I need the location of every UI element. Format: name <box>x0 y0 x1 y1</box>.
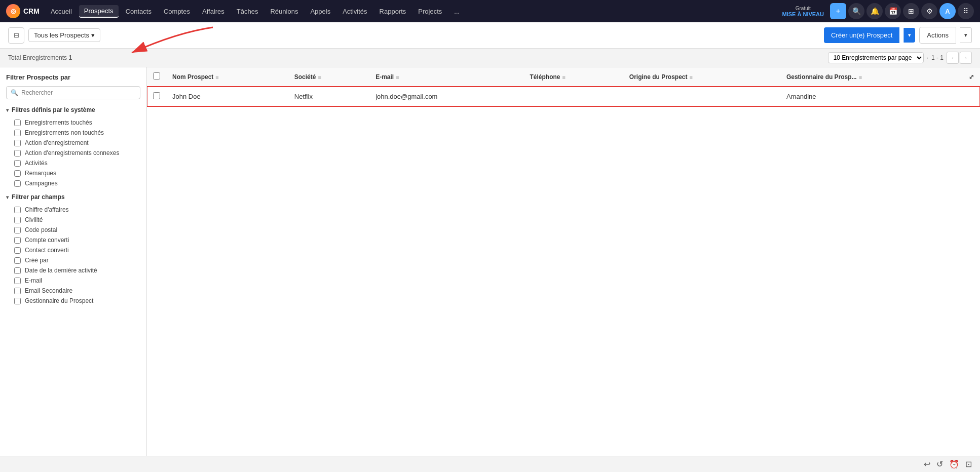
filter-campagnes[interactable]: Campagnes <box>6 178 140 188</box>
row-name[interactable]: John Doe <box>166 87 288 106</box>
top-navigation: ◎ CRM Accueil Prospects Contacts Comptes… <box>0 0 980 22</box>
filter-enregistrements-touches[interactable]: Enregistrements touchés <box>6 117 140 128</box>
actions-dropdown-button[interactable]: ▾ <box>960 27 972 43</box>
nav-rapports[interactable]: Rapports <box>374 6 411 17</box>
checkbox-date-derniere-activite[interactable] <box>14 267 21 274</box>
field-filters-header[interactable]: ▾ Filtrer par champs <box>6 193 140 201</box>
select-all-checkbox[interactable] <box>153 72 160 80</box>
search-icon-btn[interactable]: 🔍 <box>848 3 864 19</box>
filter-compte-converti[interactable]: Compte converti <box>6 235 140 245</box>
grid-menu-icon-btn[interactable]: ⠿ <box>958 3 974 19</box>
nav-accueil[interactable]: Accueil <box>46 6 77 17</box>
filter-action-enregistrement[interactable]: Action d'enregistrement <box>6 138 140 148</box>
status-icon-3[interactable]: ⏰ <box>949 459 959 469</box>
filter-label: Action d'enregistrements connexes <box>25 149 119 156</box>
filter-enregistrements-non-touches[interactable]: Enregistrements non touchés <box>6 128 140 138</box>
checkbox-civilite[interactable] <box>14 217 21 223</box>
nav-affaires[interactable]: Affaires <box>197 6 230 17</box>
actions-button[interactable]: Actions <box>919 27 956 44</box>
row-actions-cell <box>963 87 980 106</box>
prev-page-button[interactable]: ‹ <box>947 52 959 64</box>
nav-reunions[interactable]: Réunions <box>265 6 303 17</box>
filter-civilite[interactable]: Civilité <box>6 215 140 225</box>
checkbox-cree-par[interactable] <box>14 257 21 264</box>
next-page-button[interactable]: › <box>960 52 972 64</box>
nav-prospects[interactable]: Prospects <box>79 5 119 18</box>
filter-email[interactable]: E-mail <box>6 276 140 286</box>
avatar[interactable]: A <box>939 3 956 19</box>
field-filters-title: Filtrer par champs <box>12 193 65 201</box>
nav-appels[interactable]: Appels <box>305 6 335 17</box>
table-header-row: Nom Prospect ≡ Société ≡ E-mail ≡ <box>147 67 980 87</box>
filter-label: Remarques <box>25 170 56 177</box>
filter-cree-par[interactable]: Créé par <box>6 255 140 265</box>
checkbox-enregistrements-touches[interactable] <box>14 120 21 126</box>
row-email: john.doe@gmail.com <box>369 87 523 106</box>
nav-comptes[interactable]: Comptes <box>159 6 195 17</box>
checkbox-enregistrements-non-touches[interactable] <box>14 130 21 136</box>
app-logo[interactable]: ◎ CRM <box>6 4 40 18</box>
checkbox-compte-converti[interactable] <box>14 237 21 244</box>
checkbox-code-postal[interactable] <box>14 227 21 233</box>
page-size-select[interactable]: 10 Enregistrements par page <box>828 52 924 63</box>
nav-projects[interactable]: Projects <box>413 6 447 17</box>
create-prospect-button[interactable]: Créer un(e) Prospect <box>824 27 899 43</box>
sidebar: Filtrer Prospects par 🔍 ▾ Filtres défini… <box>0 67 147 472</box>
col-header-email[interactable]: E-mail ≡ <box>369 67 523 87</box>
checkbox-chiffre-affaires[interactable] <box>14 207 21 213</box>
checkbox-email[interactable] <box>14 278 21 284</box>
checkbox-action-enregistrements-connexes[interactable] <box>14 150 21 156</box>
filter-label: Contact converti <box>25 247 69 254</box>
status-icon-1[interactable]: ↩ <box>924 459 930 469</box>
col-header-nom-prospect[interactable]: Nom Prospect ≡ <box>166 67 288 87</box>
status-icon-4[interactable]: ⊡ <box>965 459 972 469</box>
checkbox-campagnes[interactable] <box>14 180 21 187</box>
filter-activites[interactable]: Activités <box>6 158 140 168</box>
prospects-table: Nom Prospect ≡ Société ≡ E-mail ≡ <box>147 67 980 106</box>
filter-remarques[interactable]: Remarques <box>6 168 140 178</box>
filter-action-enregistrements-connexes[interactable]: Action d'enregistrements connexes <box>6 148 140 158</box>
notifications-icon-btn[interactable]: 🔔 <box>866 3 883 19</box>
filter-label: Action d'enregistrement <box>25 139 89 146</box>
page-dot-separator: · <box>927 54 928 61</box>
filter-date-derniere-activite[interactable]: Date de la dernière activité <box>6 265 140 276</box>
apps-icon-btn[interactable]: ⊞ <box>903 3 919 19</box>
nav-taches[interactable]: Tâches <box>232 6 263 17</box>
col-header-telephone[interactable]: Téléphone ≡ <box>523 67 623 87</box>
col-header-origine[interactable]: Origine du Prospect ≡ <box>623 67 780 87</box>
filter-contact-converti[interactable]: Contact converti <box>6 245 140 255</box>
search-input[interactable] <box>21 89 136 96</box>
nav-more[interactable]: ... <box>449 6 465 17</box>
nav-contacts[interactable]: Contacts <box>121 6 157 17</box>
filter-toggle-button[interactable]: ⊟ <box>8 27 24 44</box>
checkbox-action-enregistrement[interactable] <box>14 140 21 146</box>
col-header-gestionnaire[interactable]: Gestionnaire du Prosp... ≡ <box>780 67 963 87</box>
col-header-societe[interactable]: Société ≡ <box>288 67 369 87</box>
row-checkbox[interactable] <box>153 92 160 99</box>
system-filters-header[interactable]: ▾ Filtres définis par le système <box>6 106 140 113</box>
settings-icon-btn[interactable]: ⚙ <box>921 3 937 19</box>
checkbox-activites[interactable] <box>14 160 21 167</box>
filter-email-secondaire[interactable]: Email Secondaire <box>6 286 140 296</box>
view-selector[interactable]: Tous les Prospects ▾ <box>28 28 100 42</box>
filter-code-postal[interactable]: Code postal <box>6 225 140 235</box>
checkbox-email-secondaire[interactable] <box>14 288 21 294</box>
upgrade-badge[interactable]: Gratuit MISE À NIVEAU <box>782 6 824 17</box>
status-icon-2[interactable]: ↺ <box>936 459 943 469</box>
row-company: Netflix <box>288 87 369 106</box>
calendar-icon-btn[interactable]: 📅 <box>885 3 901 19</box>
filter-label: Campagnes <box>25 180 58 187</box>
create-icon-btn[interactable]: ＋ <box>830 3 846 19</box>
create-prospect-dropdown-button[interactable]: ▾ <box>903 28 915 43</box>
table-row[interactable]: John Doe Netflix john.doe@gmail.com Aman… <box>147 87 980 106</box>
page-nav: ‹ › <box>947 52 972 64</box>
checkbox-remarques[interactable] <box>14 170 21 177</box>
checkbox-gestionnaire-prospect[interactable] <box>14 298 21 304</box>
filter-gestionnaire-prospect[interactable]: Gestionnaire du Prospect <box>6 296 140 306</box>
nav-activites[interactable]: Activités <box>337 6 372 17</box>
checkbox-contact-converti[interactable] <box>14 247 21 254</box>
sort-icon: ≡ <box>859 74 862 80</box>
filter-label: Enregistrements touchés <box>25 119 92 126</box>
filter-chiffre-affaires[interactable]: Chiffre d'affaires <box>6 205 140 215</box>
row-checkbox-cell <box>147 87 166 106</box>
